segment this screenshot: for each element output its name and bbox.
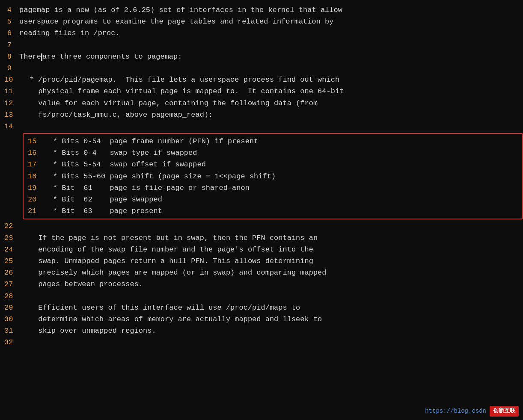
code-line: 27 pages between processes. <box>0 278 523 290</box>
line-content: pages between processes. <box>21 278 519 290</box>
code-line: 4pagemap is a new (as of 2.6.25) set of … <box>0 4 523 16</box>
code-line: 19 * Bit 61 page is file-page or shared-… <box>28 182 518 194</box>
code-line: 13 fs/proc/task_mmu.c, above pagemap_rea… <box>0 109 523 121</box>
code-line: 18 * Bits 55-60 page shift (page size = … <box>28 171 518 182</box>
line-content: value for each virtual page, containing … <box>21 98 519 109</box>
code-line: 32 <box>0 337 523 348</box>
line-number: 20 <box>28 194 44 205</box>
line-content: * Bits 5-54 swap offset if swapped <box>44 159 518 170</box>
line-number: 29 <box>4 302 21 314</box>
line-number: 31 <box>4 325 21 337</box>
line-content: * /proc/pid/pagemap. This file lets a us… <box>21 74 519 86</box>
after-lines: 2223 If the page is not present but in s… <box>0 220 523 348</box>
line-content: * Bits 0-54 page frame number (PFN) if p… <box>44 136 518 147</box>
line-content: If the page is not present but in swap, … <box>21 232 519 244</box>
code-line: 16 * Bits 0-4 swap type if swapped <box>28 147 518 159</box>
line-number: 8 <box>4 51 19 62</box>
footer-url: https://blog.csdn <box>425 406 486 416</box>
line-number: 14 <box>4 121 21 132</box>
code-line: 28 <box>0 290 523 302</box>
line-content: swap. Unmapped pages return a null PFN. … <box>21 255 519 267</box>
line-number: 10 <box>4 74 21 86</box>
footer-logo <box>490 406 519 417</box>
line-content: * Bits 55-60 page shift (page size = 1<<… <box>44 171 518 182</box>
line-content: userspace programs to examine the page t… <box>19 16 519 27</box>
line-number: 26 <box>4 267 21 278</box>
line-number: 22 <box>4 220 21 232</box>
code-line: 14 <box>0 121 523 132</box>
code-line: 29 Efficient users of this interface wil… <box>0 302 523 314</box>
line-number: 7 <box>4 39 19 51</box>
code-line: 25 swap. Unmapped pages return a null PF… <box>0 255 523 267</box>
code-line: 15 * Bits 0-54 page frame number (PFN) i… <box>28 136 518 147</box>
line-content: fs/proc/task_mmu.c, above pagemap_read): <box>21 109 519 121</box>
code-line: 23 If the page is not present but in swa… <box>0 232 523 244</box>
code-line: 22 <box>0 220 523 232</box>
code-line: 12 value for each virtual page, containi… <box>0 98 523 109</box>
line-number: 28 <box>4 290 21 302</box>
code-line: 17 * Bits 5-54 swap offset if swapped <box>28 159 518 170</box>
text-cursor <box>41 53 42 61</box>
line-number: 12 <box>4 98 21 109</box>
line-content: encoding of the swap file number and the… <box>21 244 519 255</box>
code-line: 24 encoding of the swap file number and … <box>0 244 523 255</box>
line-number: 5 <box>4 16 19 27</box>
line-number: 27 <box>4 278 21 290</box>
line-content: * Bits 0-4 swap type if swapped <box>44 147 518 159</box>
line-number: 30 <box>4 314 21 325</box>
highlighted-lines-container: 15 * Bits 0-54 page frame number (PFN) i… <box>28 136 518 217</box>
line-content: determine which areas of memory are actu… <box>21 314 519 325</box>
code-line: 20 * Bit 62 page swapped <box>28 194 518 205</box>
code-line: 11 physical frame each virtual page is m… <box>0 86 523 97</box>
code-viewer: 4pagemap is a new (as of 2.6.25) set of … <box>0 0 523 420</box>
line-number: 25 <box>4 255 21 267</box>
footer: https://blog.csdn <box>425 406 519 417</box>
code-line: 30 determine which areas of memory are a… <box>0 314 523 325</box>
code-line: 6reading files in /proc. <box>0 27 523 39</box>
code-line: 5userspace programs to examine the page … <box>0 16 523 27</box>
line-content: * Bit 62 page swapped <box>44 194 518 205</box>
code-line: 21 * Bit 63 page present <box>28 205 518 217</box>
code-line: 26 precisely which pages are mapped (or … <box>0 267 523 278</box>
line-number: 32 <box>4 337 21 348</box>
line-number: 24 <box>4 244 21 255</box>
line-number: 6 <box>4 27 19 39</box>
line-content: pagemap is a new (as of 2.6.25) set of i… <box>19 4 519 16</box>
highlighted-box: 15 * Bits 0-54 page frame number (PFN) i… <box>23 133 523 219</box>
line-number: 15 <box>28 136 44 147</box>
line-number: 21 <box>28 205 44 217</box>
line-content: skip over unmapped regions. <box>21 325 519 337</box>
line-content: * Bit 63 page present <box>44 205 518 217</box>
line-content: physical frame each virtual page is mapp… <box>21 86 519 97</box>
line-number: 16 <box>28 147 44 159</box>
before-lines: 4pagemap is a new (as of 2.6.25) set of … <box>0 4 523 132</box>
code-line: 31 skip over unmapped regions. <box>0 325 523 337</box>
code-line: 10 * /proc/pid/pagemap. This file lets a… <box>0 74 523 86</box>
code-line: 9 <box>0 62 523 74</box>
line-content: reading files in /proc. <box>19 27 519 39</box>
line-number: 11 <box>4 86 21 97</box>
line-number: 13 <box>4 109 21 121</box>
line-number: 23 <box>4 232 21 244</box>
code-line: 7 <box>0 39 523 51</box>
code-line: 8Thereare three components to pagemap: <box>0 51 523 62</box>
line-content: Efficient users of this interface will u… <box>21 302 519 314</box>
line-content: * Bit 61 page is file-page or shared-ano… <box>44 182 518 194</box>
line-content: precisely which pages are mapped (or in … <box>21 267 519 278</box>
line-number: 17 <box>28 159 44 170</box>
line-number: 4 <box>4 4 19 16</box>
line-content: Thereare three components to pagemap: <box>19 51 519 62</box>
line-number: 19 <box>28 182 44 194</box>
line-number: 9 <box>4 62 19 74</box>
line-number: 18 <box>28 171 44 182</box>
